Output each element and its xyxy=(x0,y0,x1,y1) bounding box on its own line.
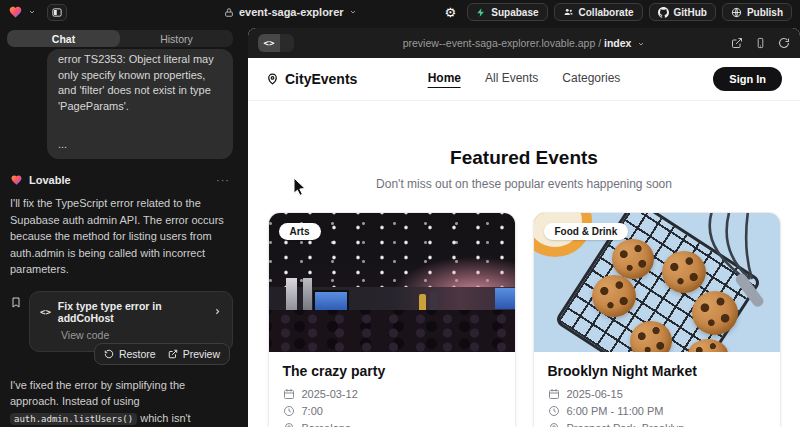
view-code-link[interactable]: View code xyxy=(61,329,222,341)
tab-chat[interactable]: Chat xyxy=(7,30,120,47)
preview-url[interactable]: preview--event-saga-explorer.lovable.app… xyxy=(248,37,800,49)
event-card-crazy-party[interactable]: Arts The crazy party 2025-03-12 7:00 Bar… xyxy=(268,212,516,427)
users-icon xyxy=(563,7,574,17)
globe-icon xyxy=(731,7,742,18)
project-name: event-saga-explorer xyxy=(239,6,344,18)
nav-all-events[interactable]: All Events xyxy=(485,71,538,88)
refresh-icon[interactable] xyxy=(778,37,790,49)
preview-pane: <> preview--event-saga-explorer.lovable.… xyxy=(248,28,800,427)
sign-in-button[interactable]: Sign In xyxy=(713,67,782,91)
event-title: The crazy party xyxy=(283,363,501,379)
event-card-brooklyn-market[interactable]: Food & Drink Brooklyn Night Market 2025-… xyxy=(533,212,781,427)
chat-panel: Chat History error TS2353: Object litera… xyxy=(0,24,240,427)
restore-icon xyxy=(104,349,114,359)
preview-button[interactable]: Preview xyxy=(168,348,220,360)
mobile-view-icon[interactable] xyxy=(755,37,766,49)
map-pin-icon xyxy=(548,422,560,427)
assistant-message-1: I'll fix the TypeScript error related to… xyxy=(7,195,233,278)
event-time: 7:00 xyxy=(302,405,323,417)
inline-code: auth.admin.listUsers() xyxy=(10,413,137,425)
nav-home[interactable]: Home xyxy=(428,71,461,88)
code-view-toggle[interactable]: <> xyxy=(258,34,294,52)
publish-button[interactable]: Publish xyxy=(722,3,792,21)
event-location: Prospect Park, Brooklyn xyxy=(567,422,685,427)
top-bar: event-saga-explorer ⚙ Supabase Collabora… xyxy=(0,0,800,24)
lovable-heart-icon xyxy=(10,174,23,186)
open-in-new-tab-icon[interactable] xyxy=(731,37,743,49)
external-link-icon xyxy=(168,349,178,359)
assistant-message-header: Lovable ··· xyxy=(7,174,233,186)
code-toggle-icon: <> xyxy=(258,34,280,52)
event-title: Brooklyn Night Market xyxy=(548,363,766,379)
supabase-button[interactable]: Supabase xyxy=(467,3,547,21)
category-badge: Food & Drink xyxy=(544,223,629,240)
restore-button[interactable]: Restore xyxy=(104,348,156,360)
preview-toolbar: <> preview--event-saga-explorer.lovable.… xyxy=(248,28,800,58)
site-nav: Home All Events Categories xyxy=(428,71,621,88)
site-brand[interactable]: CityEvents xyxy=(266,71,357,87)
lock-icon xyxy=(224,7,234,18)
code-icon: <> xyxy=(40,307,51,317)
tab-history[interactable]: History xyxy=(120,30,233,47)
gear-icon: ⚙ xyxy=(444,6,456,19)
hero-subtitle: Don't miss out on these popular events h… xyxy=(248,177,800,191)
lovable-logo-icon[interactable] xyxy=(8,5,23,19)
message-menu-button[interactable]: ··· xyxy=(216,174,230,186)
site-header: CityEvents Home All Events Categories Si… xyxy=(248,58,800,101)
map-pin-icon xyxy=(266,72,279,86)
settings-button[interactable]: ⚙ xyxy=(439,3,461,21)
version-actions: Restore Preview xyxy=(94,343,230,365)
project-switcher[interactable]: event-saga-explorer xyxy=(224,0,357,24)
calendar-icon xyxy=(283,388,295,400)
assistant-message-2: I've fixed the error by simplifying the … xyxy=(7,377,233,427)
user-message-bubble: error TS2353: Object literal may only sp… xyxy=(47,49,233,159)
event-location: Barcelona xyxy=(302,422,352,427)
clock-icon xyxy=(283,405,295,417)
github-button[interactable]: GitHub xyxy=(649,3,716,21)
event-date: 2025-06-15 xyxy=(567,388,623,400)
clock-icon xyxy=(548,405,560,417)
hero-title: Featured Events xyxy=(248,147,800,169)
collaborate-button[interactable]: Collaborate xyxy=(554,3,643,21)
event-image-cookies: Food & Drink xyxy=(534,213,780,352)
event-date: 2025-03-12 xyxy=(302,388,358,400)
project-chevron-down-icon xyxy=(349,8,357,16)
nav-categories[interactable]: Categories xyxy=(562,71,620,88)
event-time: 6:00 PM - 11:00 PM xyxy=(567,405,664,417)
chat-history-tabs: Chat History xyxy=(7,30,233,47)
whisk-icon xyxy=(698,213,776,307)
preview-toggle-segment xyxy=(280,34,294,52)
version-title: Fix type type error in addCoHost xyxy=(58,300,206,324)
supabase-bolt-icon xyxy=(476,7,486,18)
calendar-icon xyxy=(548,388,560,400)
category-badge: Arts xyxy=(279,223,321,240)
user-error-text: error TS2353: Object literal may only sp… xyxy=(58,52,222,114)
assistant-name: Lovable xyxy=(29,174,71,186)
toggle-sidebar-button[interactable] xyxy=(47,4,67,21)
map-pin-icon xyxy=(283,422,295,427)
site-canvas: CityEvents Home All Events Categories Si… xyxy=(248,58,800,427)
user-message-ellipsis: ... xyxy=(58,138,222,150)
github-icon xyxy=(658,7,669,18)
event-image-venue: Arts xyxy=(269,213,515,352)
bookmark-icon[interactable] xyxy=(10,296,22,309)
chevron-right-icon xyxy=(213,307,222,316)
workspace-chevron-down-icon[interactable] xyxy=(28,8,36,16)
url-chevron-down-icon xyxy=(637,40,645,48)
